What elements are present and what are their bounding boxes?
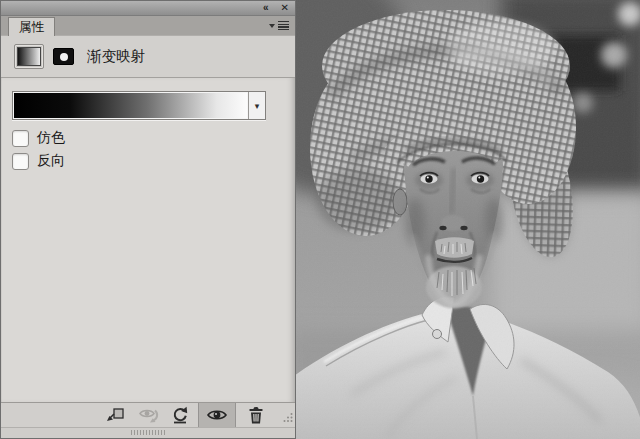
triangle-down-icon [269, 24, 275, 31]
collapse-panel-icon[interactable]: « [263, 3, 269, 13]
close-panel-icon[interactable]: ✕ [281, 3, 289, 13]
properties-panel: « ✕ 属性 渐变映射 ▾ [0, 0, 296, 439]
mask-dot-icon [60, 53, 68, 61]
panel-menu-button[interactable] [269, 20, 289, 31]
portrait-photo [296, 0, 640, 439]
chevron-down-icon: ▾ [255, 101, 260, 111]
gradient-map-icon[interactable] [17, 47, 41, 66]
gradient-picker[interactable]: ▾ [12, 91, 266, 120]
panel-tab-row: 属性 [1, 16, 295, 36]
view-previous-state-icon [137, 405, 161, 425]
reset-button[interactable] [166, 403, 194, 427]
reverse-option-row[interactable]: 反向 [12, 152, 65, 170]
layer-mask-icon[interactable] [53, 48, 74, 65]
drag-handle-icon[interactable] [131, 430, 165, 435]
resize-grip[interactable] [281, 409, 294, 427]
tab-properties[interactable]: 属性 [8, 17, 55, 36]
reset-icon [170, 405, 190, 425]
view-previous-state-button[interactable] [134, 403, 164, 427]
reverse-label: 反向 [37, 152, 65, 170]
clip-to-layer-button[interactable] [100, 403, 130, 427]
eye-icon [206, 407, 228, 423]
screenshot-root: « ✕ 属性 渐变映射 ▾ [0, 0, 640, 439]
resize-grip-icon [281, 410, 294, 423]
adjustment-header: 渐变映射 [1, 36, 295, 78]
tab-properties-label: 属性 [19, 19, 44, 36]
delete-adjustment-button[interactable] [243, 403, 269, 427]
panel-titlebar[interactable]: « ✕ [1, 1, 295, 16]
document-canvas[interactable] [296, 0, 640, 439]
dither-label: 仿色 [37, 129, 65, 147]
panel-title: 渐变映射 [87, 47, 145, 66]
reverse-checkbox[interactable] [12, 153, 29, 170]
dither-option-row[interactable]: 仿色 [12, 129, 65, 147]
panel-toolbar [1, 402, 295, 427]
toggle-visibility-button[interactable] [198, 403, 236, 427]
menu-lines-icon [278, 21, 289, 30]
trash-icon [247, 405, 265, 425]
gradient-preview[interactable] [14, 93, 247, 118]
panel-content: ▾ 仿色 反向 [1, 78, 295, 402]
dither-checkbox[interactable] [12, 130, 29, 147]
adjustment-icon-frame [14, 44, 44, 69]
gradient-dropdown-button[interactable]: ▾ [248, 92, 265, 119]
panel-bottom-strip [1, 427, 295, 438]
clip-to-layer-icon [105, 405, 125, 425]
